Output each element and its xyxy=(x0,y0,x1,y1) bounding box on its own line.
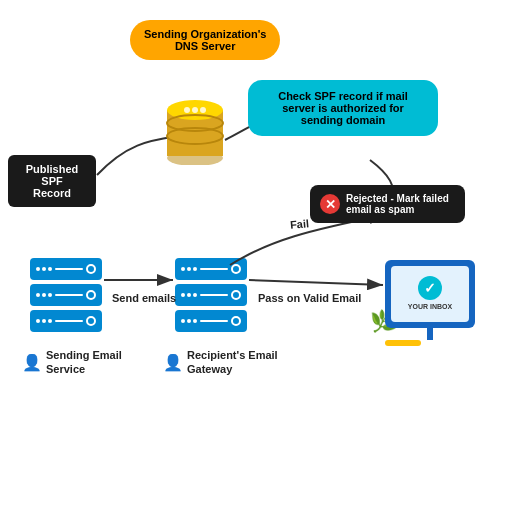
server-unit xyxy=(175,258,247,280)
send-emails-label: Send emails xyxy=(112,292,176,304)
dns-bubble: Sending Organization's DNS Server xyxy=(130,20,280,60)
sending-server-stack xyxy=(30,258,102,332)
svg-point-5 xyxy=(184,107,190,113)
rejected-icon: ✕ xyxy=(320,194,340,214)
sending-service-label: 👤 Sending Email Service xyxy=(22,348,122,377)
rejected-box: ✕ Rejected - Mark failed email as spam xyxy=(310,185,465,223)
person-icon: 👤 xyxy=(163,353,183,372)
monitor-stand xyxy=(427,328,433,340)
monitor-display: ✓ YOUR INBOX xyxy=(391,266,469,322)
monitor-screen: ✓ YOUR INBOX xyxy=(385,260,475,328)
recipient-gateway-label: 👤 Recipient's Email Gateway xyxy=(163,348,278,377)
spf-diagram: Sending Organization's DNS Server Publis… xyxy=(0,0,512,512)
dns-server-icon xyxy=(165,90,225,168)
recipient-server-stack xyxy=(175,258,247,332)
svg-point-7 xyxy=(200,107,206,113)
server-unit xyxy=(30,284,102,306)
pass-valid-email-label: Pass on Valid Email xyxy=(258,292,361,304)
person-icon: 👤 xyxy=(22,353,42,372)
spf-record-box: Published SPF Record xyxy=(8,155,96,207)
checkmark-icon: ✓ xyxy=(418,276,442,300)
check-spf-bubble: Check SPF record if mail server is autho… xyxy=(248,80,438,136)
monitor-base xyxy=(385,340,421,346)
server-unit xyxy=(30,310,102,332)
svg-line-11 xyxy=(249,280,383,285)
fail-label: Fail xyxy=(290,217,310,231)
inbox-monitor: ✓ YOUR INBOX xyxy=(385,260,475,346)
server-unit xyxy=(30,258,102,280)
flow-arrows xyxy=(0,0,512,512)
server-unit xyxy=(175,310,247,332)
server-unit xyxy=(175,284,247,306)
svg-point-6 xyxy=(192,107,198,113)
